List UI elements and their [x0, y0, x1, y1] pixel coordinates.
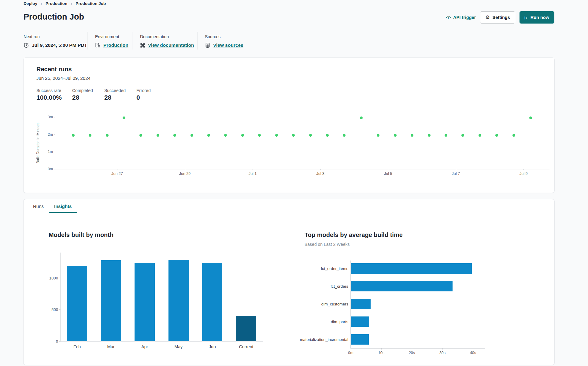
header-actions: </> API trigger ⚙ Settings ▷ Run now: [446, 11, 554, 24]
models-by-month-title: Models built by month: [49, 231, 113, 238]
y-category-label: materialization_incremental: [278, 337, 348, 342]
run-success-dot[interactable]: [89, 134, 91, 137]
bar-feb: [67, 266, 87, 342]
bar-jun: [202, 263, 222, 341]
x-tick: [412, 348, 412, 349]
y-category-label: fct_order_items: [278, 266, 348, 271]
run-success-dot[interactable]: [241, 134, 244, 137]
run-success-dot[interactable]: [411, 134, 413, 137]
build-duration-chart: Build Duration in Minutes 0m1m2m3mJun 27…: [55, 117, 549, 169]
x-category-label: Apr: [141, 344, 148, 349]
run-success-dot[interactable]: [190, 134, 193, 137]
run-success-dot[interactable]: [207, 134, 210, 137]
top-models-title: Top models by average build time: [305, 231, 403, 238]
run-success-dot[interactable]: [461, 134, 464, 137]
stat-value: 0: [136, 94, 164, 101]
run-success-dot[interactable]: [309, 134, 312, 137]
x-tick: [117, 169, 117, 170]
x-tick: [320, 169, 321, 170]
recent-runs-title: Recent runs: [36, 66, 72, 73]
build-duration-y-axis-label: Build Duration in Minutes: [36, 123, 40, 163]
stat-label: Completed: [72, 88, 104, 93]
x-tick-label: 30s: [439, 351, 446, 355]
clock-icon: [24, 43, 29, 48]
x-tick-label: Jun 29: [179, 172, 191, 176]
recent-runs-card: Recent runs Jun 25, 2024–Jul 09, 2024 Su…: [23, 57, 555, 193]
api-trigger-label: API trigger: [453, 15, 476, 20]
bar-fct_orders: [351, 281, 453, 291]
run-success-dot[interactable]: [292, 134, 295, 137]
breadcrumb-item-deploy[interactable]: Deploy: [24, 1, 37, 6]
run-success-dot[interactable]: [479, 134, 481, 137]
breadcrumb-item-production[interactable]: Production: [46, 1, 67, 6]
y-tick-label: 500: [45, 307, 58, 312]
y-tick: [59, 278, 61, 278]
divider: [87, 32, 87, 50]
page-title: Production Job: [24, 12, 84, 22]
recent-runs-date-range: Jun 25, 2024–Jul 09, 2024: [36, 76, 91, 81]
y-tick: [54, 117, 55, 117]
api-trigger-link[interactable]: </> API trigger: [446, 15, 476, 20]
settings-label: Settings: [493, 15, 510, 20]
run-success-dot[interactable]: [343, 134, 346, 137]
bar-current: [236, 316, 256, 341]
y-tick-label: 0: [45, 339, 58, 344]
environment-label: Environment: [95, 34, 128, 39]
y-tick: [59, 309, 61, 310]
x-tick: [456, 169, 456, 170]
run-success-dot[interactable]: [224, 134, 227, 137]
run-now-label: Run now: [531, 15, 549, 20]
view-sources-link[interactable]: View sources: [213, 43, 243, 48]
x-category-label: May: [175, 344, 183, 349]
x-tick-label: 20s: [409, 351, 415, 355]
documentation-section: Documentation View documentation: [140, 34, 194, 48]
run-success-dot[interactable]: [275, 134, 278, 137]
x-category-label: Jun: [209, 344, 216, 349]
x-tick: [253, 169, 253, 170]
x-category-label: Feb: [73, 344, 81, 349]
stat-errored: Errored0: [136, 88, 164, 101]
x-tick: [388, 169, 388, 170]
run-success-dot[interactable]: [394, 134, 397, 137]
run-success-dot[interactable]: [529, 116, 532, 119]
models-by-month-chart: 05001000FebMarAprMayJunCurrent: [60, 253, 263, 342]
tab-runs[interactable]: Runs: [28, 199, 49, 213]
x-tick-label: 10s: [378, 351, 384, 355]
environment-link[interactable]: Production: [103, 43, 128, 48]
x-tick-label: Jul 9: [520, 172, 527, 176]
settings-button[interactable]: ⚙ Settings: [480, 11, 515, 24]
stat-success-rate: Success rate100.00%: [36, 88, 72, 101]
run-success-dot[interactable]: [72, 134, 75, 137]
run-success-dot[interactable]: [157, 134, 159, 137]
run-now-button[interactable]: ▷ Run now: [520, 11, 554, 24]
chevron-right-icon: ›: [71, 1, 72, 6]
tab-insights[interactable]: Insights: [49, 199, 77, 213]
y-tick-label: 2m: [39, 132, 53, 137]
next-run-value: Jul 9, 2024, 5:00 PM PDT: [32, 43, 87, 48]
run-success-dot[interactable]: [326, 134, 329, 137]
run-success-dot[interactable]: [512, 134, 515, 137]
next-run-label: Next run: [24, 34, 87, 39]
run-success-dot[interactable]: [258, 134, 261, 137]
run-success-dot[interactable]: [173, 134, 176, 137]
tab-bar: RunsInsights: [24, 199, 554, 213]
stat-label: Success rate: [36, 88, 72, 93]
run-success-dot[interactable]: [377, 134, 379, 137]
stat-label: Succeeded: [104, 88, 136, 93]
run-success-dot[interactable]: [428, 134, 431, 137]
run-success-dot[interactable]: [139, 134, 142, 137]
run-success-dot[interactable]: [106, 134, 109, 137]
x-tick: [442, 348, 443, 349]
documentation-label: Documentation: [140, 34, 194, 39]
x-tick-label: Jul 1: [249, 172, 257, 176]
gear-icon: ⚙: [485, 15, 490, 20]
y-category-label: fct_orders: [278, 284, 348, 289]
sources-label: Sources: [205, 34, 243, 39]
view-documentation-link[interactable]: View documentation: [148, 43, 194, 48]
run-success-dot[interactable]: [495, 134, 498, 137]
run-success-dot[interactable]: [123, 116, 125, 119]
stat-value: 28: [72, 94, 104, 101]
run-success-dot[interactable]: [360, 116, 363, 119]
y-tick-label: 0m: [39, 167, 53, 171]
run-success-dot[interactable]: [445, 134, 447, 137]
